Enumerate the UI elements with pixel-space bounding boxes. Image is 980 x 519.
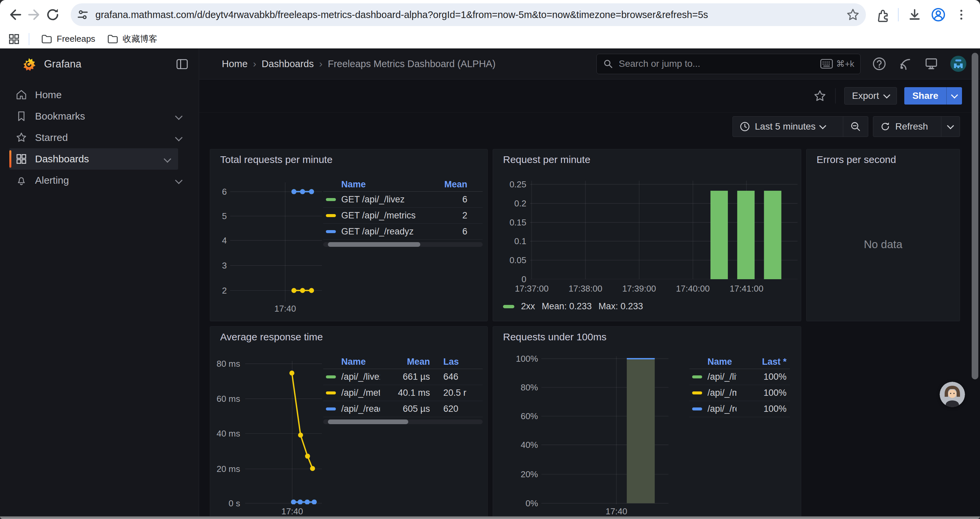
- zoom-out-button[interactable]: [843, 117, 868, 137]
- legend-row[interactable]: /api/_/metrics 40.1 ms 20.5 r: [323, 385, 483, 401]
- series-name[interactable]: GET /api/_/readyz: [341, 227, 422, 237]
- series-swatch[interactable]: [326, 407, 336, 410]
- breadcrumb: Home › Dashboards › Freeleaps Metrics Da…: [222, 58, 597, 69]
- sidebar-item-alerting[interactable]: Alerting: [0, 170, 199, 191]
- panel-title[interactable]: Requests under 100ms: [503, 331, 606, 343]
- search-input[interactable]: [618, 58, 820, 69]
- legend-row[interactable]: /api/_/readyz 605 µs 620: [323, 401, 483, 417]
- chevron-down-icon[interactable]: [175, 177, 183, 184]
- legend-scrollbar[interactable]: [323, 420, 483, 424]
- scrollbar-thumb[interactable]: [328, 420, 408, 424]
- brand-name[interactable]: Grafana: [44, 58, 81, 70]
- series-swatch[interactable]: [326, 198, 336, 201]
- news-rss-icon[interactable]: [898, 56, 913, 71]
- bar-chart[interactable]: [541, 356, 668, 504]
- favorite-star-icon[interactable]: [813, 89, 827, 102]
- series-swatch[interactable]: [326, 391, 336, 394]
- refresh-interval-button[interactable]: [941, 117, 960, 137]
- site-settings-icon[interactable]: [76, 8, 89, 21]
- series-name[interactable]: /api/_/livez: [341, 372, 380, 382]
- panel-request-per-minute[interactable]: Request per minute 0.25 0.2 0.15 0.1 0.0…: [493, 149, 801, 321]
- series-name[interactable]: GET /api/_/metrics: [341, 211, 422, 221]
- panel-title[interactable]: Errors per second: [816, 154, 896, 165]
- sidebar-item-home[interactable]: Home: [0, 84, 199, 105]
- legend-row[interactable]: GET /api/_/livez 6: [323, 192, 483, 208]
- legend-header-last[interactable]: Last *: [737, 357, 790, 367]
- bookmark-star-icon[interactable]: [846, 8, 860, 22]
- profile-icon[interactable]: [931, 7, 946, 22]
- sidebar-item-bookmarks[interactable]: Bookmarks: [0, 105, 199, 127]
- series-name[interactable]: /api/_/metrics: [708, 388, 737, 398]
- back-button[interactable]: [6, 5, 25, 24]
- breadcrumb-dashboards[interactable]: Dashboards: [261, 58, 313, 69]
- chevron-down-icon[interactable]: [175, 113, 183, 120]
- browser-menu-icon[interactable]: [955, 7, 968, 22]
- series-name[interactable]: /api/_/readyz: [341, 404, 380, 414]
- time-range-button[interactable]: Last 5 minutes: [733, 117, 843, 137]
- sidebar-item-starred[interactable]: Starred: [0, 127, 199, 148]
- bookmark-folder-blogs[interactable]: 收藏博客: [107, 33, 158, 45]
- bar-chart[interactable]: [530, 181, 797, 279]
- series-swatch[interactable]: [326, 214, 336, 217]
- page-scrollbar[interactable]: [972, 53, 978, 379]
- legend-header-name[interactable]: Name: [323, 357, 380, 367]
- user-avatar[interactable]: [950, 56, 967, 72]
- series-name[interactable]: GET /api/_/livez: [341, 194, 422, 205]
- search-box[interactable]: ⌘+k: [597, 54, 861, 74]
- grafana-logo[interactable]: [22, 57, 36, 71]
- share-button[interactable]: Share: [904, 87, 946, 105]
- forward-button[interactable]: [25, 5, 43, 24]
- legend-row[interactable]: /api/_/metrics 100%: [689, 385, 790, 401]
- legend-row[interactable]: /api/_/livez 661 µs 646: [323, 369, 483, 385]
- timeseries-chart[interactable]: [245, 361, 322, 504]
- help-icon[interactable]: [872, 56, 886, 71]
- legend-line[interactable]: 2xx Mean: 0.233 Max: 0.233: [503, 301, 643, 311]
- series-swatch[interactable]: [326, 375, 336, 378]
- extensions-icon[interactable]: [875, 7, 889, 22]
- series-swatch[interactable]: [692, 391, 702, 394]
- series-swatch[interactable]: [503, 305, 514, 308]
- panel-title[interactable]: Average response time: [220, 331, 323, 343]
- legend-row[interactable]: GET /api/_/readyz 6: [323, 224, 483, 240]
- address-bar[interactable]: grafana.mathmast.com/d/deytv4rwavabkb/fr…: [71, 3, 866, 26]
- sidebar-item-dashboards[interactable]: Dashboards: [10, 148, 178, 170]
- series-name[interactable]: /api/_/metrics: [341, 388, 380, 398]
- legend-header-last[interactable]: Las: [433, 357, 483, 367]
- timeseries-chart[interactable]: [230, 182, 322, 302]
- refresh-button[interactable]: Refresh: [873, 117, 941, 137]
- downloads-icon[interactable]: [907, 7, 922, 22]
- series-name[interactable]: /api/_/readyz: [708, 404, 737, 414]
- chevron-down-icon[interactable]: [175, 134, 183, 142]
- series-swatch[interactable]: [692, 407, 702, 410]
- dock-sidebar-button[interactable]: [176, 58, 188, 71]
- series-name[interactable]: /api/_/livez: [708, 372, 737, 382]
- apps-grid-icon[interactable]: [7, 32, 21, 46]
- panel-title[interactable]: Request per minute: [503, 154, 590, 165]
- series-swatch[interactable]: [692, 375, 702, 378]
- scrollbar-thumb[interactable]: [328, 242, 420, 247]
- panel-average-response-time[interactable]: Average response time 80 ms 60 ms 40 ms …: [210, 326, 488, 519]
- legend-header-name[interactable]: Name: [323, 179, 422, 190]
- panel-title[interactable]: Total requests per minute: [220, 154, 332, 165]
- breadcrumb-home[interactable]: Home: [222, 58, 248, 69]
- legend-row[interactable]: /api/_/readyz 100%: [689, 401, 790, 417]
- legend-scrollbar[interactable]: [323, 242, 483, 247]
- chevron-down-icon[interactable]: [164, 155, 172, 163]
- series-name[interactable]: 2xx: [521, 301, 535, 311]
- url-input[interactable]: grafana.mathmast.com/d/deytv4rwavabkb/fr…: [95, 10, 846, 21]
- series-swatch[interactable]: [326, 230, 336, 233]
- export-button[interactable]: Export: [844, 87, 897, 105]
- legend-header-mean[interactable]: Mean: [380, 357, 433, 367]
- bookmark-folder-freeleaps[interactable]: Freeleaps: [41, 33, 95, 45]
- panel-requests-under-100ms[interactable]: Requests under 100ms 100% 80% 60% 40% 20…: [493, 326, 801, 519]
- legend-row[interactable]: GET /api/_/metrics 2: [323, 208, 483, 224]
- legend-row[interactable]: /api/_/livez 100%: [689, 369, 790, 385]
- legend-header-name[interactable]: Name: [689, 357, 737, 367]
- kiosk-monitor-icon[interactable]: [924, 56, 939, 71]
- share-menu-button[interactable]: [946, 87, 962, 105]
- legend-header-mean[interactable]: Mean: [422, 179, 483, 190]
- panel-errors-per-second[interactable]: Errors per second No data: [806, 149, 960, 321]
- reload-button[interactable]: [43, 5, 62, 24]
- panel-total-requests-per-minute[interactable]: Total requests per minute 6 5 4 3 2 17:4…: [210, 149, 488, 321]
- floating-avatar[interactable]: [940, 382, 965, 407]
